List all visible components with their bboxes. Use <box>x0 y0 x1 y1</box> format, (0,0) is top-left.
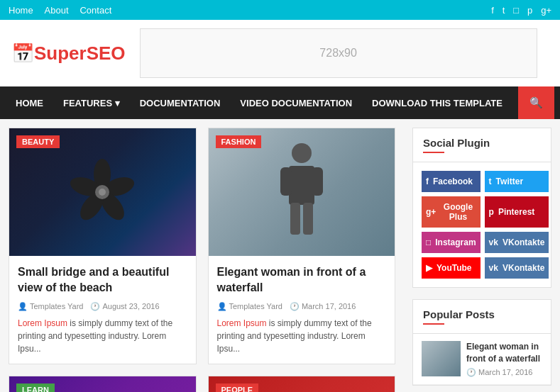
pinterest-icon: p <box>489 207 494 217</box>
social-btn-facebook[interactable]: f Facebook <box>422 171 481 192</box>
svg-rect-13 <box>303 203 313 235</box>
vkontakte-icon-2: vk <box>489 263 498 273</box>
search-button[interactable]: 🔍 <box>518 86 554 119</box>
social-btn-twitter[interactable]: t Twitter <box>485 171 549 192</box>
pinterest-label: Pinterest <box>498 207 534 217</box>
popular-post-info-1: Elegant woman in front of a waterfall 🕐 … <box>466 341 542 377</box>
social-facebook-icon[interactable]: f <box>491 5 494 16</box>
post-body-1: Small bridge and a beautiful view of the… <box>9 256 196 364</box>
svg-rect-12 <box>290 203 300 235</box>
popular-post-thumb-1 <box>422 341 461 376</box>
social-buttons: f Facebook t Twitter g+ Google Plus p Pi… <box>413 162 551 287</box>
social-btn-vkontakte-1[interactable]: vk VKontakte <box>485 232 549 253</box>
main-nav: HOME FEATURES ▾ DOCUMENTATION VIDEO DOCU… <box>0 86 560 119</box>
popular-posts-widget: Popular Posts Elegant woman in front of … <box>412 299 551 386</box>
header: 📅SuperSEO 728x90 <box>0 20 560 86</box>
logo-super: Super <box>34 43 87 64</box>
top-social: f t □ p g+ <box>485 4 551 16</box>
badge-fashion-2: FASHION <box>216 135 262 148</box>
youtube-label: YouTube <box>437 263 472 273</box>
main-content: BEAUTY <box>0 119 404 392</box>
social-btn-vkontakte-2[interactable]: vk VKontakte <box>485 257 549 279</box>
social-btn-pinterest[interactable]: p Pinterest <box>485 196 549 228</box>
excerpt-highlight-2: Lorem Ipsum <box>217 318 267 328</box>
post-meta-1: 👤 Templates Yard 🕐 August 23, 2016 <box>18 302 187 311</box>
svg-point-8 <box>292 143 312 163</box>
woman-silhouette-icon <box>273 139 330 245</box>
post-card-3: LEARN <box>9 376 197 392</box>
post-date-1: 🕐 August 23, 2016 <box>90 302 159 311</box>
post-image-2: FASHION <box>209 128 395 256</box>
youtube-icon: ▶ <box>426 263 432 273</box>
vkontakte-label-2: VKontakte <box>503 263 544 273</box>
social-btn-youtube[interactable]: ▶ YouTube <box>422 257 481 279</box>
top-bar: Home About Contact f t □ p g+ <box>0 0 560 20</box>
vkontakte-label-1: VKontakte <box>503 237 544 247</box>
social-btn-googleplus[interactable]: g+ Google Plus <box>422 196 481 228</box>
excerpt-highlight-1: Lorem Ipsum <box>18 318 67 328</box>
vkontakte-icon-1: vk <box>489 237 498 247</box>
post-author-2: 👤 Templates Yard <box>217 302 282 311</box>
post-body-2: Elegant woman in front of a waterfall 👤 … <box>209 256 395 364</box>
post-card-2: FASHION Elegant woman in front of <box>208 128 396 364</box>
facebook-label: Facebook <box>433 177 473 186</box>
twitter-icon: t <box>489 177 492 186</box>
nav-home-main[interactable]: HOME <box>6 88 53 118</box>
post-grid: BEAUTY <box>9 128 395 392</box>
social-plugin-title: Social Plugin <box>413 128 551 162</box>
svg-rect-11 <box>312 167 323 196</box>
top-nav: Home About Contact <box>9 4 120 16</box>
post-image-1: BEAUTY <box>9 128 196 256</box>
propeller-icon <box>60 150 145 235</box>
social-btn-instagram[interactable]: □ Instagram <box>422 232 481 253</box>
nav-features[interactable]: FEATURES ▾ <box>53 88 130 118</box>
social-pinterest-icon[interactable]: p <box>527 5 532 16</box>
post-card-1: BEAUTY <box>9 128 197 364</box>
badge-people-4: PEOPLE <box>216 383 259 392</box>
post-title-1: Small bridge and a beautiful view of the… <box>18 264 187 296</box>
social-googleplus-icon[interactable]: g+ <box>541 5 551 16</box>
post-excerpt-1: Lorem Ipsum is simply dummy text of the … <box>18 317 187 355</box>
social-twitter-icon[interactable]: t <box>503 5 505 16</box>
instagram-icon: □ <box>426 237 431 247</box>
popular-posts-title: Popular Posts <box>413 300 551 334</box>
site-logo: 📅SuperSEO <box>11 43 126 65</box>
svg-point-7 <box>99 189 106 196</box>
nav-home[interactable]: Home <box>9 5 33 16</box>
post-author-1: 👤 Templates Yard <box>18 302 83 311</box>
clock-icon: 🕐 <box>466 368 476 377</box>
nav-video-documentation[interactable]: VIDEO DOCUMENTATION <box>230 88 362 118</box>
nav-about[interactable]: About <box>45 5 69 16</box>
post-title-2: Elegant woman in front of a waterfall <box>217 264 387 296</box>
nav-contact[interactable]: Contact <box>79 5 111 16</box>
ad-banner: 728x90 <box>140 28 537 78</box>
popular-post-title-1: Elegant woman in front of a waterfall <box>466 341 542 365</box>
post-date-2: 🕐 March 17, 2016 <box>290 302 356 311</box>
instagram-label: Instagram <box>435 237 476 247</box>
badge-beauty-1: BEAUTY <box>16 135 60 148</box>
googleplus-icon: g+ <box>426 207 436 217</box>
sidebar: Social Plugin f Facebook t Twitter g+ Go… <box>404 119 560 392</box>
post-excerpt-2: Lorem Ipsum is simply dummy text of the … <box>217 317 387 355</box>
svg-rect-9 <box>289 166 314 205</box>
content-wrap: BEAUTY <box>0 119 560 392</box>
social-plugin-widget: Social Plugin f Facebook t Twitter g+ Go… <box>412 128 551 288</box>
popular-post-item-1: Elegant woman in front of a waterfall 🕐 … <box>413 334 551 385</box>
twitter-label: Twitter <box>496 177 523 186</box>
facebook-icon: f <box>426 177 429 186</box>
googleplus-label: Google Plus <box>440 202 476 222</box>
badge-learn-3: LEARN <box>16 383 55 392</box>
post-meta-2: 👤 Templates Yard 🕐 March 17, 2016 <box>217 302 387 311</box>
post-image-4: PEOPLE <box>209 376 395 392</box>
post-card-4: PEOPLE <box>208 376 396 392</box>
post-image-3: LEARN <box>9 376 196 392</box>
svg-rect-10 <box>280 167 292 196</box>
nav-documentation[interactable]: DOCUMENTATION <box>130 88 231 118</box>
popular-post-date-1: 🕐 March 17, 2016 <box>466 368 542 377</box>
social-instagram-icon[interactable]: □ <box>513 5 519 16</box>
logo-seo: SEO <box>87 43 126 64</box>
nav-download-template[interactable]: DOWNLOAD THIS TEMPLATE <box>362 88 512 118</box>
